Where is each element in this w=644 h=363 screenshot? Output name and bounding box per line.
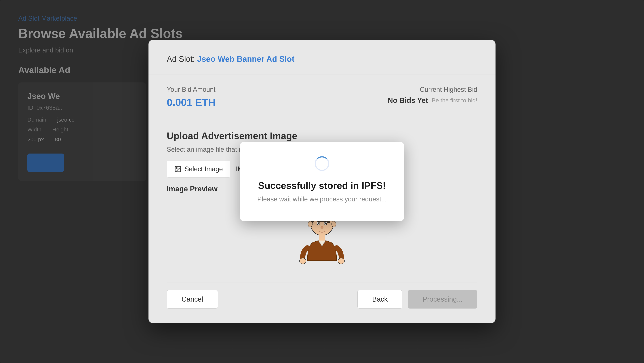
bid-amount: 0.001 ETH (167, 96, 216, 108)
first-bid-text: Be the first to bid! (432, 97, 477, 104)
footer-right: Back Processing... (358, 290, 477, 308)
divider-2 (148, 119, 496, 119)
spinner-container (315, 156, 329, 171)
cancel-button[interactable]: Cancel (167, 290, 218, 308)
svg-point-12 (308, 221, 312, 227)
modal-footer: Cancel Back Processing... (167, 283, 477, 308)
svg-point-11 (326, 222, 326, 223)
svg-point-1 (176, 168, 177, 169)
svg-rect-14 (319, 234, 325, 241)
modal-header-link: Jseo Web Banner Ad Slot (197, 55, 294, 64)
svg-point-16 (338, 258, 344, 264)
success-title: Successfully stored in IPFS! (258, 180, 386, 191)
svg-point-10 (318, 222, 319, 223)
success-modal: Successfully stored in IPFS! Please wait… (240, 142, 404, 221)
select-image-label: Select Image (184, 165, 223, 173)
svg-point-15 (300, 258, 306, 264)
image-icon (174, 165, 182, 173)
no-bids-text: No Bids Yet (388, 96, 428, 105)
loading-spinner (315, 156, 329, 171)
screen-wrapper: Ad Slot Marketplace Browse Available Ad … (0, 0, 644, 363)
modal-header-prefix: Ad Slot: (167, 55, 197, 64)
current-bid-value: No Bids Yet Be the first to bid! (388, 96, 477, 105)
current-bid-section: Current Highest Bid No Bids Yet Be the f… (388, 86, 477, 105)
current-bid-label: Current Highest Bid (388, 86, 477, 93)
upload-section-title: Upload Advertisement Image (167, 130, 477, 141)
bid-section: Your Bid Amount 0.001 ETH Current Highes… (167, 86, 477, 108)
processing-button: Processing... (408, 290, 477, 308)
modal-overlay: Ad Slot: Jseo Web Banner Ad Slot Your Bi… (0, 0, 644, 363)
svg-point-13 (332, 221, 336, 227)
bid-label: Your Bid Amount (167, 86, 216, 93)
divider-1 (148, 75, 496, 75)
select-image-button[interactable]: Select Image (167, 161, 230, 177)
success-description: Please wait while we process your reques… (257, 195, 387, 203)
ad-slot-modal: Ad Slot: Jseo Web Banner Ad Slot Your Bi… (148, 40, 496, 323)
back-button[interactable]: Back (358, 290, 402, 308)
bid-left: Your Bid Amount 0.001 ETH (167, 86, 216, 108)
modal-header: Ad Slot: Jseo Web Banner Ad Slot (167, 55, 477, 64)
